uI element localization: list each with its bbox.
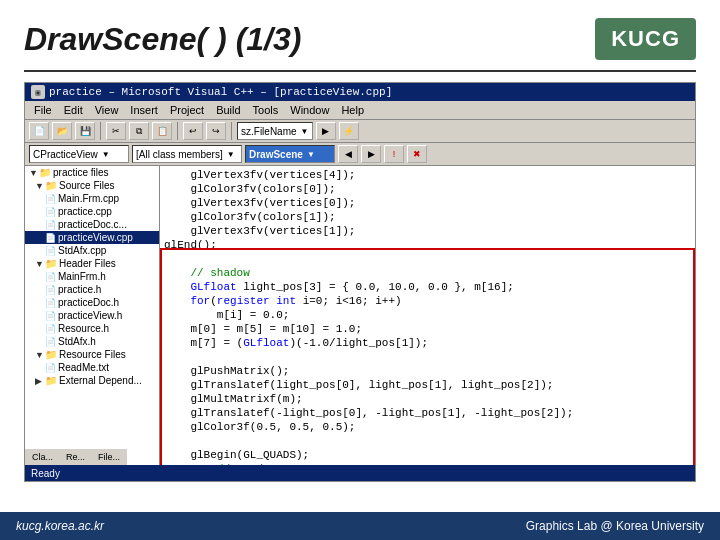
tree-practiceview-cpp[interactable]: 📄 practiceView.cpp [25, 231, 159, 244]
menu-file[interactable]: File [29, 103, 57, 117]
toolbar-filename-dropdown[interactable]: sz.FileName ▼ [237, 122, 313, 140]
tree-stdafx-h-label: StdAfx.h [58, 336, 96, 347]
toolbar-err-btn[interactable]: ✖ [407, 145, 427, 163]
toolbar-sep-1 [100, 122, 101, 140]
menu-view[interactable]: View [90, 103, 124, 117]
practice-h-icon: 📄 [45, 285, 56, 295]
tree-root-label: practice files [53, 167, 109, 178]
page-title: DrawScene( ) (1/3) [24, 21, 301, 58]
footer-credit: Graphics Lab @ Korea University [526, 519, 704, 533]
members-dropdown[interactable]: [All class members] ▼ [132, 145, 242, 163]
practice-cpp-icon: 📄 [45, 207, 56, 217]
toolbar-go-btn[interactable]: ▶ [316, 122, 336, 140]
tree-resource-h[interactable]: 📄 Resource.h [25, 322, 159, 335]
menu-build[interactable]: Build [211, 103, 245, 117]
toolbar-nav-fwd[interactable]: ▶ [361, 145, 381, 163]
vs-menubar[interactable]: File Edit View Insert Project Build Tool… [25, 101, 695, 120]
tree-practiceview-cpp-label: practiceView.cpp [58, 232, 133, 243]
tree-external-label: External Depend... [59, 375, 142, 386]
header-folder-icon: 📁 [45, 258, 57, 269]
menu-edit[interactable]: Edit [59, 103, 88, 117]
header: DrawScene( ) (1/3) KUCG [0, 0, 720, 70]
menu-window[interactable]: Window [285, 103, 334, 117]
header-divider [24, 70, 696, 72]
toolbar-copy-btn[interactable]: ⧉ [129, 122, 149, 140]
vs-title-text: practice – Microsoft Visual C++ – [pract… [49, 86, 392, 98]
resource-folder-icon: 📁 [45, 349, 57, 360]
vs-statusbar: Ready [25, 465, 695, 481]
members-arrow: ▼ [227, 150, 235, 159]
expand-resource-icon: ▼ [35, 350, 43, 360]
practiceview-h-icon: 📄 [45, 311, 56, 321]
editor-code-block: glVertex3fv(vertices[4]); glColor3fv(col… [160, 166, 695, 482]
tree-practicedoc-h-label: practiceDoc.h [58, 297, 119, 308]
vs-content: ▼ 📁 practice files ▼ 📁 Source Files 📄 Ma… [25, 166, 695, 482]
expand-external-icon: ▶ [35, 376, 43, 386]
tree-stdafx-h[interactable]: 📄 StdAfx.h [25, 335, 159, 348]
tree-source-files[interactable]: ▼ 📁 Source Files [25, 179, 159, 192]
tab-class[interactable]: Cla... [26, 450, 59, 464]
function-dropdown[interactable]: DrawScene ▼ [245, 145, 335, 163]
tree-external[interactable]: ▶ 📁 External Depend... [25, 374, 159, 387]
footer-url: kucg.korea.ac.kr [16, 519, 104, 533]
toolbar-undo-btn[interactable]: ↩ [183, 122, 203, 140]
tree-practicedoc-cpp-label: practiceDoc.c... [58, 219, 127, 230]
toolbar-filename-label: sz.FileName [241, 126, 297, 137]
external-folder-icon: 📁 [45, 375, 57, 386]
toolbar-open-btn[interactable]: 📂 [52, 122, 72, 140]
tree-resource-label: Resource Files [59, 349, 126, 360]
tree-mainfrm-cpp[interactable]: 📄 Main.Frm.cpp [25, 192, 159, 205]
tree-stdafx-cpp[interactable]: 📄 StdAfx.cpp [25, 244, 159, 257]
readme-icon: 📄 [45, 363, 56, 373]
expand-header-icon: ▼ [35, 259, 43, 269]
toolbar-cut-btn[interactable]: ✂ [106, 122, 126, 140]
toolbar-filename-arrow: ▼ [301, 127, 309, 136]
function-label: DrawScene [249, 149, 303, 160]
tree-practicedoc-cpp[interactable]: 📄 practiceDoc.c... [25, 218, 159, 231]
tree-practice-cpp[interactable]: 📄 practice.cpp [25, 205, 159, 218]
menu-help[interactable]: Help [336, 103, 369, 117]
menu-tools[interactable]: Tools [248, 103, 284, 117]
tree-mainfrm-h[interactable]: 📄 MainFrm.h [25, 270, 159, 283]
stdafx-h-icon: 📄 [45, 337, 56, 347]
toolbar-paste-btn[interactable]: 📋 [152, 122, 172, 140]
toolbar-warn-btn[interactable]: ! [384, 145, 404, 163]
tree-resource-h-label: Resource.h [58, 323, 109, 334]
expand-root-icon: ▼ [29, 168, 37, 178]
toolbar-extra-btn[interactable]: ⚡ [339, 122, 359, 140]
tree-practice-h-label: practice.h [58, 284, 101, 295]
toolbar-save-btn[interactable]: 💾 [75, 122, 95, 140]
tree-mainfrm-cpp-label: Main.Frm.cpp [58, 193, 119, 204]
footer: kucg.korea.ac.kr Graphics Lab @ Korea Un… [0, 512, 720, 540]
filetree-tabs: Cla... Re... File... [25, 449, 127, 465]
resource-h-icon: 📄 [45, 324, 56, 334]
tree-practiceview-h[interactable]: 📄 practiceView.h [25, 309, 159, 322]
menu-project[interactable]: Project [165, 103, 209, 117]
tree-practice-h[interactable]: 📄 practice.h [25, 283, 159, 296]
class-dropdown[interactable]: CPracticeView ▼ [29, 145, 129, 163]
root-folder-icon: 📁 [39, 167, 51, 178]
tree-mainfrm-h-label: MainFrm.h [58, 271, 106, 282]
toolbar-sep-2 [177, 122, 178, 140]
toolbar-redo-btn[interactable]: ↪ [206, 122, 226, 140]
vs-editor[interactable]: glVertex3fv(vertices[4]); glColor3fv(col… [160, 166, 695, 482]
tab-resource[interactable]: Re... [60, 450, 91, 464]
toolbar-sep-3 [231, 122, 232, 140]
practicedoc-h-icon: 📄 [45, 298, 56, 308]
tree-header-files[interactable]: ▼ 📁 Header Files [25, 257, 159, 270]
tree-practicedoc-h[interactable]: 📄 practiceDoc.h [25, 296, 159, 309]
tree-readme-label: ReadMe.txt [58, 362, 109, 373]
toolbar-new-btn[interactable]: 📄 [29, 122, 49, 140]
practicedoc-cpp-icon: 📄 [45, 220, 56, 230]
tree-readme[interactable]: 📄 ReadMe.txt [25, 361, 159, 374]
vs-app-icon: ▣ [31, 85, 45, 99]
toolbar-nav-back[interactable]: ◀ [338, 145, 358, 163]
menu-insert[interactable]: Insert [125, 103, 163, 117]
tree-resource-files[interactable]: ▼ 📁 Resource Files [25, 348, 159, 361]
tree-root[interactable]: ▼ 📁 practice files [25, 166, 159, 179]
tree-practiceview-h-label: practiceView.h [58, 310, 122, 321]
class-arrow: ▼ [102, 150, 110, 159]
expand-source-icon: ▼ [35, 181, 43, 191]
members-label: [All class members] [136, 149, 223, 160]
tab-file[interactable]: File... [92, 450, 126, 464]
